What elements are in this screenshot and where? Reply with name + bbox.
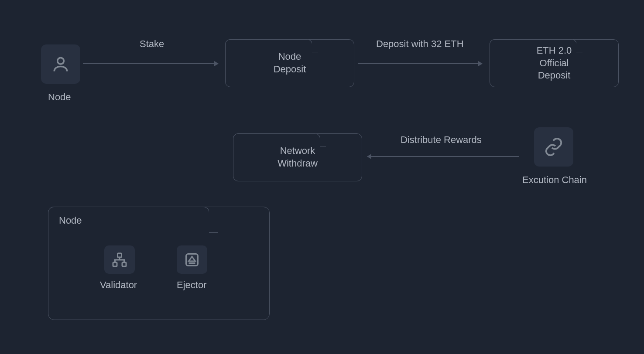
node-group-label: Node bbox=[59, 215, 82, 226]
eject-icon bbox=[184, 252, 200, 268]
link-icon bbox=[544, 137, 564, 157]
sitemap-icon bbox=[112, 252, 127, 268]
ejector-icon-box bbox=[177, 245, 207, 274]
execution-chain-icon-box bbox=[534, 127, 573, 167]
stake-arrow bbox=[83, 63, 218, 64]
validator-icon-box bbox=[104, 245, 135, 274]
validator-label: Validator bbox=[100, 279, 137, 291]
node-actor-icon-box bbox=[41, 44, 80, 84]
node-deposit-folder: Node Deposit bbox=[225, 39, 354, 87]
svg-rect-2 bbox=[113, 262, 117, 266]
node-deposit-label: Node Deposit bbox=[274, 51, 306, 75]
svg-rect-1 bbox=[118, 253, 122, 257]
user-icon bbox=[51, 54, 70, 74]
deposit32-arrow bbox=[358, 63, 482, 64]
node-group-folder: Node Validator Ejector bbox=[48, 207, 270, 320]
ejector-label: Ejector bbox=[177, 279, 206, 291]
svg-rect-3 bbox=[122, 262, 126, 266]
node-actor-label: Node bbox=[48, 92, 71, 103]
network-withdraw-label: Network Withdraw bbox=[277, 145, 318, 170]
execution-chain-label: Excution Chain bbox=[522, 174, 587, 186]
network-withdraw-folder: Network Withdraw bbox=[233, 133, 362, 181]
svg-point-0 bbox=[58, 58, 64, 64]
distribute-arrow-label: Distribute Rewards bbox=[401, 134, 482, 146]
eth-deposit-label: ETH 2.0 Official Deposit bbox=[537, 44, 572, 82]
stake-arrow-label: Stake bbox=[140, 38, 164, 50]
eth-deposit-folder: ETH 2.0 Official Deposit bbox=[490, 39, 619, 87]
distribute-arrow bbox=[367, 156, 519, 157]
deposit32-arrow-label: Deposit with 32 ETH bbox=[376, 38, 464, 50]
